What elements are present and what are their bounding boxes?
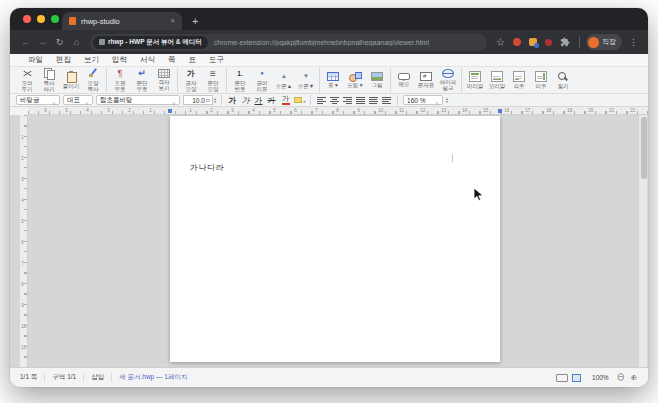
back-button[interactable]: ←	[18, 35, 33, 50]
find-button[interactable]: 찾기	[552, 70, 574, 90]
vertical-scrollbar[interactable]	[638, 115, 647, 367]
menu-input[interactable]: 입력	[112, 55, 127, 65]
extension-icon-1[interactable]	[513, 38, 521, 46]
home-button[interactable]: ⌂	[69, 35, 84, 50]
charmap-icon	[420, 72, 432, 81]
para-shape-button[interactable]: 문단 모양	[202, 67, 224, 93]
align-left-button[interactable]	[316, 96, 327, 105]
zoom-in-icon[interactable]: ⊕	[631, 374, 637, 382]
page-fit-view-icon[interactable]	[572, 374, 581, 382]
menu-edit[interactable]: 편집	[56, 55, 71, 65]
more-menu-icon[interactable]: ⋮	[629, 37, 638, 47]
level-up-button[interactable]: 수준▲	[273, 70, 295, 90]
bold-button[interactable]: 가	[227, 95, 238, 106]
hyperlink-button[interactable]: 하이퍼 링크	[437, 68, 459, 92]
page-outline-view-icon[interactable]	[556, 374, 568, 382]
style-select[interactable]: 바탕글	[16, 95, 60, 105]
strike-button[interactable]: 가	[266, 95, 277, 106]
language-select[interactable]: 대표	[63, 95, 93, 105]
para-numbering-button[interactable]: 문단 번호	[229, 67, 251, 93]
level-down-button[interactable]: 수준▼	[295, 70, 317, 90]
grid-view-button[interactable]: 격자 보기	[153, 68, 175, 92]
paragraph-marks-button[interactable]: 문단 부호	[131, 67, 153, 93]
control-marks-button[interactable]: 조판 부호	[109, 67, 131, 93]
ruler-number: 12	[420, 107, 425, 112]
font-size-spinner[interactable]: ▴ ▾	[214, 97, 216, 104]
home-icon: ⌂	[74, 37, 79, 47]
document-page[interactable]: 가나다라	[170, 116, 500, 362]
zoom-out-icon[interactable]: ⊖	[617, 374, 625, 382]
status-insert-mode: 삽입	[84, 373, 112, 382]
font-size-control[interactable]: 10.0 pt ▴ ▾	[183, 95, 216, 105]
font-size-value: 10.0	[192, 97, 205, 104]
char-shape-button[interactable]: 글자 모양	[180, 67, 202, 93]
align-distribute-button[interactable]	[368, 96, 379, 105]
left-margin-marker[interactable]	[168, 109, 172, 113]
toolbar-group: 조판 부호문단 부호격자 보기	[106, 68, 175, 92]
align-justify-button[interactable]	[355, 96, 366, 105]
bullet-list-button[interactable]: 글머 리표	[251, 67, 273, 93]
tab-close-icon[interactable]: ×	[170, 17, 175, 25]
scrollbar-thumb[interactable]	[641, 117, 647, 179]
extensions-puzzle-icon[interactable]	[560, 37, 570, 47]
minimize-window-button[interactable]	[37, 15, 45, 23]
document-workspace: 1234567891011 가나다라	[10, 115, 648, 367]
ruler-number: 5	[273, 107, 276, 112]
browser-tab[interactable]: rhwp-studio ×	[62, 12, 182, 30]
font-select[interactable]: 함초롬바탕	[96, 95, 180, 105]
scissors-icon	[21, 68, 33, 79]
menu-format[interactable]: 서식	[140, 55, 155, 65]
vertical-ruler[interactable]: 1234567891011	[20, 115, 28, 367]
new-tab-button[interactable]: +	[192, 16, 198, 26]
copy-button[interactable]: 복사 하기	[38, 67, 60, 93]
browser-window: rhwp-studio × + ← → ↻ ⌂ rhwp - HWP 문서 뷰어…	[10, 8, 648, 387]
paste-button[interactable]: 붙이기	[60, 70, 82, 90]
profile-chip[interactable]: 직장	[586, 34, 622, 50]
header-button[interactable]: 머리말	[464, 70, 486, 90]
fullscreen-window-button[interactable]	[51, 15, 59, 23]
horizontal-ruler[interactable]: 6543211234567891011121314151617181920212…	[28, 107, 648, 115]
toolbar-group: 머리말꼬리말각주미주찾기	[461, 68, 574, 92]
char-map-button[interactable]: 문자표	[415, 71, 437, 89]
line-spacing-select[interactable]: 160 %	[403, 95, 443, 105]
address-bar[interactable]: rhwp - HWP 문서 뷰어 & 에디터 chrome-extension:…	[90, 34, 487, 51]
menu-tools[interactable]: 도구	[209, 55, 224, 65]
toolbar-group: 오려 두기복사 하기붙이기모양 복사	[16, 68, 104, 92]
font-size-input[interactable]: 10.0 pt	[183, 95, 213, 105]
line-spacing-spinner[interactable]: ▴ ▾	[446, 97, 448, 104]
align-right-button[interactable]	[342, 96, 353, 105]
toolbar-group: 표 ▾도형 ▾그림	[319, 68, 388, 92]
menu-table[interactable]: 표	[189, 55, 197, 65]
extension-icon-3[interactable]	[545, 39, 552, 46]
underline-button[interactable]: 가	[253, 95, 264, 106]
align-divide-button[interactable]	[381, 96, 392, 105]
align-center-button[interactable]	[329, 96, 340, 105]
extension-icon-2[interactable]	[529, 38, 537, 46]
extension-badge[interactable]: rhwp - HWP 문서 뷰어 & 에디터	[93, 36, 208, 49]
memo-button[interactable]: 메모	[393, 71, 415, 88]
bookmark-star-icon[interactable]: ☆	[496, 36, 505, 49]
format-divider	[221, 95, 222, 105]
insert-shape-button[interactable]: 도형 ▾	[344, 71, 366, 89]
spinner-down-icon: ▾	[446, 100, 448, 104]
level-up-icon	[278, 71, 290, 82]
close-window-button[interactable]	[23, 15, 31, 23]
footnote-button[interactable]: 각주	[508, 70, 530, 90]
cut-button[interactable]: 오려 두기	[16, 67, 38, 93]
menu-page[interactable]: 쪽	[168, 55, 176, 65]
footer-button[interactable]: 꼬리말	[486, 70, 508, 90]
forward-button[interactable]: →	[35, 35, 50, 50]
status-segments: 1/1 쪽구역 1/1삽입	[18, 373, 112, 382]
insert-table-button[interactable]: 표 ▾	[322, 71, 344, 89]
menu-view[interactable]: 보기	[84, 55, 99, 65]
char-color-button[interactable]: 가	[280, 95, 291, 106]
highlight-color-button[interactable]	[294, 95, 305, 106]
ruler-number: 5	[65, 107, 68, 112]
italic-button[interactable]: 가	[240, 95, 251, 106]
endnote-button[interactable]: 미주	[530, 70, 552, 90]
reload-button[interactable]: ↻	[52, 35, 67, 50]
right-margin-marker[interactable]	[498, 109, 502, 113]
menu-file[interactable]: 파일	[28, 55, 43, 65]
format-copy-button[interactable]: 모양 복사	[82, 67, 104, 93]
insert-picture-button[interactable]: 그림	[366, 71, 388, 89]
